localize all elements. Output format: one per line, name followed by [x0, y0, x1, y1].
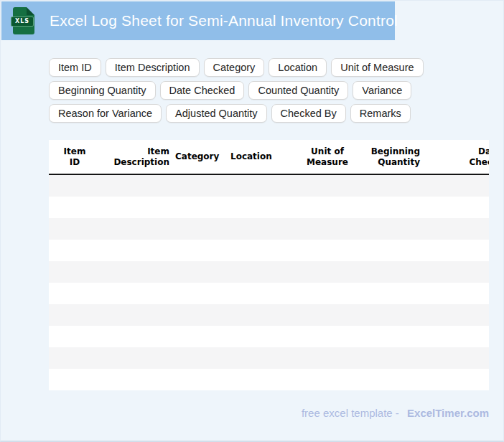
table-row: [49, 218, 489, 240]
field-chip[interactable]: Date Checked: [160, 81, 245, 100]
field-chip[interactable]: Adjusted Quantity: [166, 104, 266, 123]
table-row: [49, 369, 489, 390]
field-chip[interactable]: Beginning Quantity: [49, 81, 156, 100]
table-row: [49, 175, 489, 197]
file-fold-corner: [27, 7, 34, 15]
field-chip[interactable]: Remarks: [350, 104, 411, 123]
table-body: [49, 175, 489, 390]
table-row: [49, 197, 489, 218]
table-row: [49, 283, 489, 304]
table-header-row: Item IDItem DescriptionCategoryLocationU…: [49, 140, 489, 175]
field-chip-list: Item IDItem DescriptionCategoryLocationU…: [49, 58, 489, 123]
column-header: Unit of Measure: [298, 140, 357, 174]
xls-icon-label: XLS: [11, 17, 34, 27]
field-chip[interactable]: Variance: [353, 81, 411, 100]
table-row: [49, 261, 489, 283]
field-chip[interactable]: Location: [269, 58, 327, 77]
column-header: Date Checked: [421, 140, 489, 174]
field-chip[interactable]: Category: [204, 58, 265, 77]
column-header: Item ID: [49, 140, 101, 174]
footer-text: free excel template -: [302, 407, 399, 419]
field-chip[interactable]: Unit of Measure: [331, 58, 423, 77]
header-bar: XLS Excel Log Sheet for Semi-Annual Inve…: [1, 1, 395, 40]
column-header: Location: [224, 140, 298, 174]
table-row: [49, 347, 489, 369]
inventory-table: Item IDItem DescriptionCategoryLocationU…: [49, 140, 489, 390]
footer-credit: free excel template - ExcelTimer.com: [49, 407, 489, 419]
field-chip[interactable]: Item ID: [49, 58, 101, 77]
table-row: [49, 240, 489, 261]
table-row: [49, 304, 489, 326]
field-chip[interactable]: Reason for Variance: [49, 104, 162, 123]
xls-file-icon: XLS: [13, 7, 34, 34]
field-chip[interactable]: Checked By: [271, 104, 346, 123]
table-row: [49, 326, 489, 347]
footer-brand-link[interactable]: ExcelTimer.com: [407, 407, 489, 419]
field-chip[interactable]: Item Description: [106, 58, 200, 77]
column-header: Item Description: [101, 140, 172, 174]
column-header: Beginning Quantity: [357, 140, 421, 174]
field-chip[interactable]: Counted Quantity: [248, 81, 348, 100]
page-title: Excel Log Sheet for Semi-Annual Inventor…: [50, 12, 398, 29]
column-header: Category: [172, 140, 224, 174]
